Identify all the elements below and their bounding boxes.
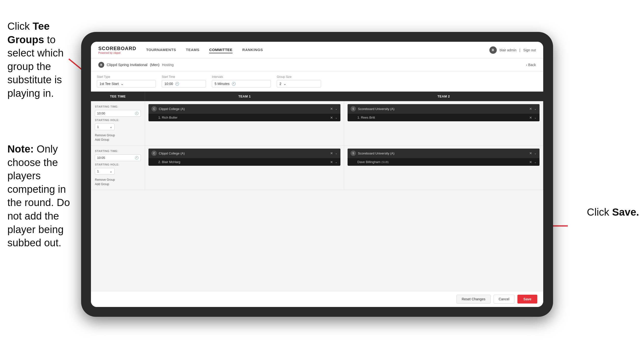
- team2-player-controls-2-0: ✕ ⌄: [529, 160, 536, 164]
- note-bold: Note:: [7, 143, 34, 155]
- tee-time-input-2[interactable]: 10:05 🕙: [95, 154, 141, 161]
- team2-group-x-1[interactable]: ✕: [529, 107, 532, 110]
- team1-player-row-1-0: 1. Rich Butler ✕ ⌄: [148, 113, 340, 121]
- start-type-input[interactable]: 1st Tee Start ⌄: [97, 80, 156, 87]
- tee-actions-1: Remove Group Add Group: [95, 134, 141, 141]
- col-tee-time: Tee Time: [91, 92, 145, 101]
- intervals-icon: 🕙: [232, 82, 236, 86]
- team2-player-row-1-0: 1. Rees Britt ✕ ⌄: [348, 113, 540, 121]
- remove-group-btn-2[interactable]: Remove Group: [95, 178, 141, 181]
- sub-header: B Clippd Spring Invitational (Men) Hosti…: [91, 58, 543, 71]
- nav-tournaments[interactable]: TOURNAMENTS: [146, 47, 176, 53]
- nav-user: B blair admin | Sign out: [490, 46, 536, 54]
- tee-hole-input-1[interactable]: 1 ⌄: [95, 123, 114, 130]
- starting-time-label-1: STARTING TIME:: [95, 105, 141, 108]
- start-time-input[interactable]: 10:00 🕙: [162, 80, 206, 87]
- team2-player-chevron-1-0[interactable]: ⌄: [534, 116, 536, 119]
- team2-group-2[interactable]: S Scoreboard University (A) ✕ ⌄ Dave Bil…: [348, 149, 540, 166]
- add-group-btn-2[interactable]: Add Group: [95, 182, 141, 186]
- team2-group-icon-1: S: [350, 106, 356, 111]
- user-name: blair admin: [500, 48, 516, 52]
- user-avatar: B: [490, 46, 497, 54]
- intervals-input[interactable]: 5 Minutes 🕙: [212, 80, 271, 87]
- team1-group-chevron-1[interactable]: ⌄: [335, 107, 338, 110]
- team1-group-header-2: C Clippd College (A) ✕ ⌄: [148, 149, 340, 158]
- team2-player-chevron-2-0[interactable]: ⌄: [534, 160, 536, 164]
- start-type-label: Start Type: [97, 75, 156, 79]
- tee-time-value-1: 10:00: [97, 111, 105, 115]
- sign-out-link[interactable]: Sign out: [523, 48, 536, 52]
- clock-icon: 🕙: [175, 82, 179, 86]
- starting-hole-label-2: STARTING HOLE:: [95, 163, 141, 166]
- team1-group-name-1: Clippd College (A): [159, 107, 328, 111]
- start-time-value: 10:00: [164, 82, 173, 86]
- team1-group-chevron-2[interactable]: ⌄: [335, 151, 338, 155]
- cancel-button[interactable]: Cancel: [494, 295, 515, 304]
- breadcrumb: B Clippd Spring Invitational (Men) Hosti…: [98, 62, 174, 68]
- bottom-bar: Reset Changes Cancel Save: [91, 291, 543, 307]
- navbar: SCOREBOARD Powered by clippd TOURNAMENTS…: [91, 42, 543, 58]
- team2-group-name-1: Scoreboard University (A): [358, 107, 527, 111]
- team2-group-chevron-2[interactable]: ⌄: [534, 151, 536, 155]
- team1-group-2[interactable]: C Clippd College (A) ✕ ⌄ 2. Blair McHarg: [148, 149, 340, 166]
- team1-group-x-1[interactable]: ✕: [330, 107, 333, 110]
- group-size-value: 2: [280, 82, 282, 86]
- tee-row-2: STARTING TIME: 10:05 🕙 STARTING HOLE: 1 …: [91, 146, 543, 190]
- instruction-right: Click Save.: [587, 206, 639, 218]
- team1-player-x-2-0[interactable]: ✕: [330, 160, 333, 164]
- starting-time-label-2: STARTING TIME:: [95, 150, 141, 152]
- team2-group-header-2: S Scoreboard University (A) ✕ ⌄: [348, 149, 540, 158]
- remove-group-btn-1[interactable]: Remove Group: [95, 134, 141, 137]
- nav-committee[interactable]: COMMITTEE: [209, 47, 232, 53]
- team2-group-x-2[interactable]: ✕: [529, 151, 532, 155]
- team1-player-chevron-2-0[interactable]: ⌄: [335, 160, 338, 164]
- team2-group-header-1: S Scoreboard University (A) ✕ ⌄: [348, 104, 540, 113]
- team2-player-x-2-0[interactable]: ✕: [529, 160, 532, 164]
- add-group-btn-1[interactable]: Add Group: [95, 138, 141, 141]
- nav-links: TOURNAMENTS TEAMS COMMITTEE RANKINGS: [146, 47, 489, 53]
- team2-player-name-1-0: 1. Rees Britt: [358, 116, 375, 119]
- team2-group-1[interactable]: S Scoreboard University (A) ✕ ⌄ 1. Rees …: [348, 104, 540, 121]
- tee-hole-input-2[interactable]: 1 ⌄: [95, 168, 114, 175]
- team1-cell-1: C Clippd College (A) ✕ ⌄ 1. Rich Butler: [145, 101, 344, 145]
- tee-time-input-1[interactable]: 10:00 🕙: [95, 110, 141, 117]
- group-size-stepper: ⌄: [284, 82, 286, 86]
- save-button[interactable]: Save: [518, 295, 537, 304]
- team1-cell-2: C Clippd College (A) ✕ ⌄ 2. Blair McHarg: [145, 146, 344, 190]
- team1-group-icon-1: C: [152, 106, 157, 111]
- instruction-left: Click Tee Groups to select which group t…: [0, 15, 79, 105]
- team2-player-row-2-0: Dave Billingham (SUB) ✕ ⌄: [348, 158, 540, 166]
- team1-group-1[interactable]: C Clippd College (A) ✕ ⌄ 1. Rich Butler: [148, 104, 340, 121]
- team1-player-chevron-1-0[interactable]: ⌄: [335, 116, 338, 119]
- group-size-group: Group Size 2 ⌄: [277, 75, 321, 87]
- team2-group-chevron-1[interactable]: ⌄: [534, 107, 536, 110]
- hosting-label: Hosting: [162, 63, 174, 67]
- tee-hole-stepper-2: ⌄: [110, 169, 112, 173]
- form-row: Start Type 1st Tee Start ⌄ Start Time 10…: [91, 71, 543, 92]
- tablet: SCOREBOARD Powered by clippd TOURNAMENTS…: [81, 32, 553, 317]
- intervals-value: 5 Minutes: [214, 82, 230, 86]
- group-size-input[interactable]: 2 ⌄: [277, 80, 321, 87]
- col-team1: Team 1: [145, 92, 344, 101]
- nav-teams[interactable]: TEAMS: [186, 47, 199, 53]
- tee-time-clock-1: 🕙: [135, 111, 139, 115]
- reset-changes-button[interactable]: Reset Changes: [456, 295, 490, 304]
- sub-badge: (SUB): [382, 161, 389, 164]
- team2-cell-2: S Scoreboard University (A) ✕ ⌄ Dave Bil…: [344, 146, 543, 190]
- save-bold: Save.: [612, 206, 639, 218]
- team2-group-controls-2: ✕ ⌄: [529, 151, 536, 155]
- team1-player-x-1-0[interactable]: ✕: [330, 116, 333, 119]
- team2-group-controls-1: ✕ ⌄: [529, 107, 536, 110]
- logo-top: SCOREBOARD: [98, 46, 136, 51]
- back-button[interactable]: ‹ Back: [526, 63, 536, 67]
- nav-rankings[interactable]: RANKINGS: [242, 47, 263, 53]
- main-content: Start Type 1st Tee Start ⌄ Start Time 10…: [91, 71, 543, 307]
- tournament-gender: (Men): [150, 63, 160, 67]
- team2-cell-1: S Scoreboard University (A) ✕ ⌄ 1. Rees …: [344, 101, 543, 145]
- tournament-name: Clippd Spring Invitational: [107, 63, 148, 67]
- team1-group-controls-2: ✕ ⌄: [330, 151, 338, 155]
- team2-player-x-1-0[interactable]: ✕: [529, 116, 532, 119]
- team1-group-icon-2: C: [152, 151, 157, 156]
- tee-time-clock-2: 🕙: [135, 156, 139, 160]
- team1-group-x-2[interactable]: ✕: [330, 151, 333, 155]
